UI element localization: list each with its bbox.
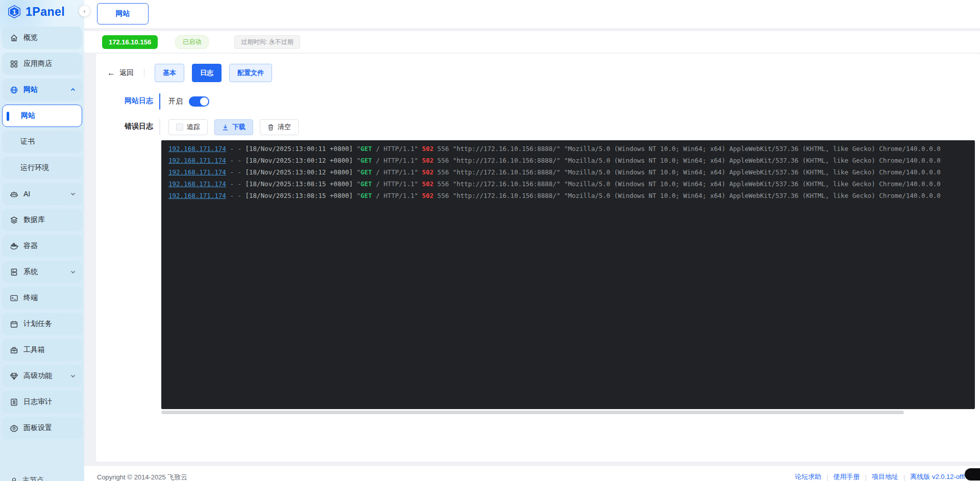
- svg-text:1: 1: [12, 8, 16, 16]
- site-ip-badge[interactable]: 172.16.10.156: [102, 35, 158, 49]
- log-terminal[interactable]: 192.168.171.174 - - [18/Nov/2025:13:00:1…: [161, 140, 975, 409]
- log-status: 502: [422, 157, 434, 164]
- log-ip-link[interactable]: 192.168.171.174: [168, 157, 226, 164]
- sidebar-item-system[interactable]: 系统: [2, 261, 82, 283]
- link-separator: |: [903, 473, 905, 481]
- log-line: 192.168.171.174 - - [18/Nov/2025:13:00:1…: [168, 166, 975, 178]
- sidebar-item-website[interactable]: 网站: [2, 79, 82, 101]
- log-sep: - -: [230, 157, 241, 164]
- sidebar-subitem-certificate[interactable]: 证书: [2, 131, 82, 153]
- log-bytes: 556: [437, 157, 449, 164]
- logo[interactable]: 1 1Panel: [0, 0, 84, 23]
- chevron-up-icon: [70, 87, 76, 93]
- log-sep: - -: [230, 145, 241, 153]
- sidebar-item-label: 工具箱: [23, 345, 45, 355]
- sidebar-subitem-website[interactable]: 网站: [2, 105, 82, 127]
- sidebar-item-settings[interactable]: 面板设置: [2, 417, 82, 439]
- sidebar-subitem-runtime[interactable]: 运行环境: [2, 157, 82, 179]
- log-ip-link[interactable]: 192.168.171.174: [168, 192, 226, 199]
- log-status: 502: [422, 168, 434, 176]
- sidebar-collapse-button[interactable]: ‹: [79, 5, 90, 17]
- footer-link-project[interactable]: 项目地址: [872, 472, 898, 481]
- log-ip-link[interactable]: 192.168.171.174: [168, 168, 226, 176]
- calendar-icon: [9, 319, 18, 328]
- trace-checkbox[interactable]: [176, 123, 183, 131]
- log-line: 192.168.171.174 - - [18/Nov/2025:13:08:1…: [168, 178, 975, 190]
- sidebar-item-container[interactable]: 容器: [2, 235, 82, 257]
- footer-link-version[interactable]: 离线版 v2.0.12-offl: [910, 472, 965, 481]
- error-log-label[interactable]: 错误日志: [107, 119, 153, 131]
- log-timestamp: [18/Nov/2025:13:00:11 +0800]: [246, 145, 353, 153]
- log-timestamp: [18/Nov/2025:13:08:15 +0800]: [246, 192, 353, 199]
- container-icon: [9, 241, 18, 250]
- link-separator: |: [826, 473, 828, 481]
- sidebar-item-log-audit[interactable]: 日志审计: [2, 391, 82, 413]
- log-user-agent: "Mozilla/5.0 (Windows NT 10.0; Win64; x6…: [564, 192, 941, 199]
- log-method: GET: [360, 168, 372, 176]
- log-referer: "http://172.16.10.156:8888/": [453, 145, 560, 153]
- sidebar-item-label: 数据库: [23, 215, 45, 224]
- sidebar-item-ai[interactable]: AI: [2, 183, 82, 205]
- sidebar-item-label: 网站: [23, 85, 38, 94]
- sidebar-item-toolbox[interactable]: 工具箱: [2, 339, 82, 361]
- footer-link-manual[interactable]: 使用手册: [834, 472, 860, 481]
- top-tab-bar: 网站: [84, 0, 980, 28]
- sidebar-item-terminal[interactable]: 终端: [2, 287, 82, 309]
- sidebar-item-cronjob[interactable]: 计划任务: [2, 313, 82, 335]
- clear-label: 清空: [278, 122, 291, 132]
- sidebar-item-master-node[interactable]: 主节点: [10, 476, 44, 481]
- tab-basic[interactable]: 基本: [155, 64, 184, 82]
- log-request: / HTTP/1.1": [376, 157, 418, 164]
- sidebar-item-label: 主节点: [22, 476, 44, 481]
- toolbox-icon: [9, 345, 18, 355]
- toggle-knob: [200, 97, 208, 106]
- clear-button[interactable]: 清空: [260, 119, 299, 135]
- footer-link-forum[interactable]: 论坛求助: [795, 472, 821, 481]
- log-method: GET: [360, 157, 372, 164]
- log-line: 192.168.171.174 - - [18/Nov/2025:13:00:1…: [168, 143, 975, 155]
- download-icon: [222, 124, 229, 131]
- tab-log[interactable]: 日志: [192, 64, 222, 82]
- log-request: / HTTP/1.1": [376, 180, 418, 188]
- website-log-label[interactable]: 网站日志: [107, 93, 153, 106]
- database-icon: [9, 215, 18, 224]
- sidebar-item-overview[interactable]: 概览: [2, 27, 82, 49]
- log-referer: "http://172.16.10.156:8888/": [453, 157, 560, 164]
- log-ip-link[interactable]: 192.168.171.174: [168, 180, 226, 188]
- footer: Copyright © 2014-2025 飞致云 论坛求助 | 使用手册 | …: [84, 465, 980, 481]
- sidebar-item-label: 应用商店: [23, 59, 52, 68]
- log-request: / HTTP/1.1": [376, 145, 418, 153]
- main-card: ← 返回 基本 日志 配置文件 网站日志 开启 错误日志 追踪 下载: [96, 54, 980, 462]
- log-sep: - -: [230, 168, 241, 176]
- enable-label: 开启: [168, 97, 183, 106]
- log-ip-link[interactable]: 192.168.171.174: [168, 145, 226, 153]
- log-timestamp: [18/Nov/2025:13:08:15 +0800]: [246, 180, 353, 188]
- log-bytes: 556: [437, 168, 449, 176]
- sidebar-item-advanced[interactable]: 高级功能: [2, 365, 82, 387]
- active-rail: [159, 93, 160, 110]
- sidebar-item-database[interactable]: 数据库: [2, 209, 82, 231]
- corner-widget-button[interactable]: [965, 468, 980, 480]
- trace-checkbox-button[interactable]: 追踪: [168, 119, 208, 135]
- website-log-toggle[interactable]: [189, 96, 209, 107]
- log-request: / HTTP/1.1": [376, 168, 418, 176]
- server-icon: [9, 267, 18, 276]
- globe-icon: [9, 85, 18, 94]
- back-button[interactable]: ← 返回: [107, 68, 134, 78]
- sidebar-item-label: 容器: [23, 241, 38, 250]
- log-bytes: 556: [437, 145, 449, 153]
- scrollbar-thumb[interactable]: [161, 411, 904, 414]
- sidebar-item-label: 终端: [23, 293, 38, 302]
- log-status: 502: [422, 192, 434, 199]
- node-icon: [10, 477, 18, 481]
- sidebar-item-appstore[interactable]: 应用商店: [2, 53, 82, 75]
- horizontal-scrollbar: [161, 411, 969, 414]
- error-log-row: 错误日志 追踪 下载 清空: [107, 119, 969, 135]
- tab-website[interactable]: 网站: [97, 3, 149, 24]
- download-button[interactable]: 下载: [214, 119, 253, 135]
- tab-config-file[interactable]: 配置文件: [229, 64, 272, 82]
- active-marker: [7, 112, 9, 121]
- sidebar-item-label: 概览: [23, 33, 38, 42]
- download-label: 下载: [232, 122, 246, 132]
- log-user-agent: "Mozilla/5.0 (Windows NT 10.0; Win64; x6…: [564, 145, 941, 153]
